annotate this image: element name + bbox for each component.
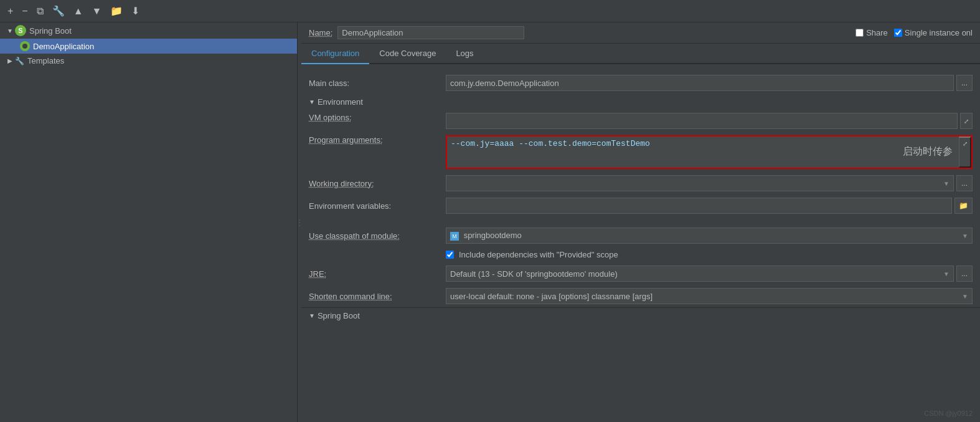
shorten-cmd-label: Shorten command line: — [309, 292, 446, 301]
single-instance-label: Single instance onl — [905, 28, 973, 37]
working-dir-arrow: ▼ — [943, 180, 949, 187]
shorten-cmd-field: user-local default: none - java [options… — [446, 288, 973, 304]
jre-select[interactable]: Default (13 - SDK of 'springbootdemo' mo… — [446, 266, 954, 282]
name-row: Name: Share Single instance onl — [301, 22, 980, 44]
templates-label: Templates — [27, 56, 64, 65]
share-checkbox[interactable] — [855, 29, 864, 37]
right-panel: Name: Share Single instance onl Configur… — [301, 22, 980, 422]
share-label: Share — [866, 28, 888, 37]
single-instance-checkbox[interactable] — [894, 29, 902, 37]
toolbar-remove-btn[interactable]: − — [19, 4, 30, 18]
toolbar-add-btn[interactable]: + — [5, 4, 16, 18]
tree-item-demo-app[interactable]: DemoApplication — [0, 39, 297, 54]
shorten-cmd-value: user-local default: none - java [options… — [450, 292, 653, 301]
include-deps-label: Include dependencies with "Provided" sco… — [459, 250, 618, 259]
tree-arrow-expand: ▼ — [5, 27, 15, 34]
vm-options-label: VM options: — [309, 113, 446, 122]
program-args-container: --com.jy=aaaa --com.test.demo=comTestDem… — [446, 135, 973, 169]
env-vars-browse-btn[interactable]: 📁 — [954, 198, 973, 214]
wrench-icon: 🔧 — [15, 57, 24, 65]
shorten-cmd-row: Shorten command line: user-local default… — [301, 285, 980, 307]
classpath-row: Use classpath of module: M springbootdem… — [301, 224, 980, 247]
toolbar-copy-btn[interactable]: ⧉ — [34, 4, 46, 18]
working-dir-select[interactable]: ▼ — [446, 175, 954, 191]
jre-field: Default (13 - SDK of 'springbootdemo' mo… — [446, 266, 973, 282]
config-content: Main class: ... ▼ Environment VM options… — [301, 64, 980, 422]
tab-configuration[interactable]: Configuration — [301, 44, 369, 64]
toolbar-folder-btn[interactable]: 📁 — [108, 4, 125, 18]
include-deps-checkbox[interactable] — [446, 251, 454, 259]
program-args-input[interactable]: --com.jy=aaaa --com.test.demo=comTestDem… — [447, 137, 897, 168]
module-icon: M — [450, 232, 459, 241]
main-class-browse-btn[interactable]: ... — [956, 75, 973, 91]
env-vars-label: Environment variables: — [309, 201, 446, 211]
main-area: ▼ S Spring Boot DemoApplication ▶ 🔧 Temp… — [0, 22, 980, 422]
classpath-display: M springbootdemo — [450, 231, 522, 241]
tab-logs[interactable]: Logs — [446, 44, 483, 64]
demo-app-label: DemoApplication — [33, 42, 94, 51]
name-label: Name: — [309, 28, 332, 37]
main-class-input[interactable] — [446, 75, 954, 91]
tree-item-templates[interactable]: ▶ 🔧 Templates — [0, 54, 297, 68]
toolbar: + − ⧉ 🔧 ▲ ▼ 📁 ⬇ — [0, 0, 980, 22]
single-instance-checkbox-label[interactable]: Single instance onl — [894, 28, 973, 37]
env-vars-row: Environment variables: 📁 — [301, 194, 980, 217]
main-class-field: ... — [446, 75, 973, 91]
jre-label: JRE: — [309, 269, 446, 279]
classpath-select[interactable]: M springbootdemo ▼ — [446, 228, 973, 244]
working-dir-browse-btn[interactable]: ... — [956, 175, 973, 191]
watermark: CSDN @jy0912 — [924, 410, 973, 417]
toolbar-settings-btn[interactable]: 🔧 — [50, 4, 67, 18]
jre-arrow: ▼ — [943, 271, 949, 277]
toolbar-up-btn[interactable]: ▲ — [71, 4, 86, 18]
environment-label: Environment — [318, 97, 363, 107]
vm-options-field: ⤢ — [446, 113, 973, 129]
program-args-box: --com.jy=aaaa --com.test.demo=comTestDem… — [446, 135, 973, 169]
shorten-cmd-arrow: ▼ — [962, 293, 968, 300]
env-vars-field: 📁 — [446, 198, 973, 214]
left-panel: ▼ S Spring Boot DemoApplication ▶ 🔧 Temp… — [0, 22, 298, 422]
tab-code-coverage[interactable]: Code Coverage — [369, 44, 446, 64]
classpath-arrow: ▼ — [962, 233, 968, 239]
environment-section-header[interactable]: ▼ Environment — [301, 94, 980, 110]
share-checkbox-label[interactable]: Share — [855, 28, 888, 37]
spring-boot-section-arrow: ▼ — [309, 312, 315, 319]
spring-boot-section[interactable]: ▼ Spring Boot — [301, 307, 980, 324]
program-args-expand-btn[interactable]: ⤢ — [959, 137, 971, 168]
program-args-annotation: 启动时传参 — [897, 137, 959, 167]
program-args-label: Program arguments: — [309, 135, 446, 145]
vm-options-row: VM options: ⤢ — [301, 110, 980, 132]
spring-boot-label: Spring Boot — [29, 26, 72, 36]
include-deps-row: Include dependencies with "Provided" sco… — [301, 247, 980, 262]
tabs-bar: Configuration Code Coverage Logs — [301, 44, 980, 64]
spring-boot-icon: S — [15, 25, 26, 36]
classpath-label: Use classpath of module: — [309, 231, 446, 241]
program-args-row: Program arguments: --com.jy=aaaa --com.t… — [301, 132, 980, 172]
jre-browse-btn[interactable]: ... — [956, 266, 973, 282]
demo-app-icon — [20, 41, 30, 51]
top-right-controls: Share Single instance onl — [855, 28, 973, 37]
classpath-value: springbootdemo — [464, 231, 522, 240]
vm-options-input[interactable] — [446, 113, 958, 129]
working-dir-label: Working directory: — [309, 179, 446, 188]
main-class-row: Main class: ... — [301, 72, 980, 94]
classpath-field: M springbootdemo ▼ — [446, 228, 973, 244]
toolbar-sort-btn[interactable]: ⬇ — [129, 4, 142, 18]
jre-value: Default (13 - SDK of 'springbootdemo' mo… — [450, 269, 618, 279]
tree-item-spring-boot[interactable]: ▼ S Spring Boot — [0, 22, 297, 39]
main-class-label: Main class: — [309, 79, 446, 88]
spring-boot-section-label: Spring Boot — [318, 311, 360, 320]
working-dir-field: ▼ ... — [446, 175, 973, 191]
env-vars-input[interactable] — [446, 198, 952, 214]
toolbar-down-btn[interactable]: ▼ — [90, 4, 105, 18]
environment-arrow: ▼ — [309, 98, 315, 105]
working-dir-row: Working directory: ▼ ... — [301, 172, 980, 194]
tree-arrow-templates: ▶ — [5, 57, 15, 64]
name-input[interactable] — [337, 26, 524, 39]
shorten-cmd-select[interactable]: user-local default: none - java [options… — [446, 288, 973, 304]
vm-options-expand-btn[interactable]: ⤢ — [960, 113, 973, 129]
jre-row: JRE: Default (13 - SDK of 'springbootdem… — [301, 262, 980, 285]
